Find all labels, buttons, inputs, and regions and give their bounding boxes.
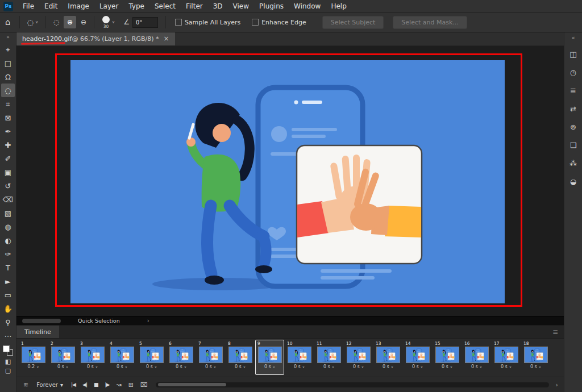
brush-tool[interactable]: ✐ [1,152,15,165]
next-frame-button[interactable]: |▶ [101,382,113,387]
brush-settings-dropdown[interactable]: 30 ∨ [98,16,119,29]
delete-frame-button[interactable]: ⌧ [137,381,151,389]
menu-item-image[interactable]: Image [63,0,94,12]
gradient-tool[interactable]: ▧ [1,206,15,220]
canvas-image[interactable] [70,60,505,303]
type-tool[interactable]: T [1,261,15,274]
rectangle-tool[interactable]: ▭ [1,288,15,302]
play-stop-button[interactable]: ■ [90,382,102,387]
layers-panel-icon[interactable]: ❏ [567,138,580,152]
tween-button[interactable]: ↝ [113,381,124,389]
timeline-frame-16[interactable]: 160 s∨ [462,340,491,375]
menu-item-plugins[interactable]: Plugins [254,0,289,12]
libraries-panel-icon[interactable]: ◒ [567,174,580,188]
dodge-tool[interactable]: ◐ [1,233,15,247]
timeline-frame-1[interactable]: 10.2∨ [19,340,48,375]
path-selection-tool[interactable]: ► [1,274,15,288]
frame-delay-dropdown[interactable]: 0.2∨ [27,365,39,369]
timeline-frame-13[interactable]: 130 s∨ [373,340,402,375]
timeline-frame-2[interactable]: 20 s∨ [48,340,77,375]
app-logo[interactable]: Ps [3,2,13,11]
frame-delay-dropdown[interactable]: 0 s∨ [501,365,512,369]
new-selection-button[interactable]: ◌ [50,16,63,28]
marquee-tool[interactable]: □ [1,56,15,70]
blur-tool[interactable]: ◍ [1,220,15,233]
frame-delay-dropdown[interactable]: 0 s∨ [146,365,157,369]
add-to-selection-button[interactable]: ⊕ [64,16,76,28]
menu-item-filter[interactable]: Filter [181,0,208,12]
chevron-right-icon[interactable]: › [147,318,149,324]
frame-tool[interactable]: ⊠ [1,111,15,124]
adjustments-panel-icon[interactable]: ◫ [567,47,580,61]
timeline-tab[interactable]: Timeline [16,326,59,338]
swatches-panel-icon[interactable]: ⇄ [567,102,580,115]
loop-options-dropdown[interactable]: Forever ▾ [32,382,68,388]
tool-preset-dropdown[interactable]: ◌ ∨ [23,18,42,27]
frame-delay-dropdown[interactable]: 0 s∨ [294,365,305,369]
timeline-frame-14[interactable]: 140 s∨ [403,340,432,375]
menu-item-file[interactable]: File [18,0,39,12]
first-frame-button[interactable]: |◀ [68,382,79,387]
timeline-frame-3[interactable]: 30 s∨ [78,340,107,375]
timeline-frame-11[interactable]: 110 s∨ [314,340,343,375]
quick-mask-button[interactable]: ◧ [5,358,11,365]
home-icon[interactable]: ⌂ [0,17,16,27]
frame-delay-dropdown[interactable]: 0 s∨ [383,365,393,369]
document-tab[interactable]: header-1200.gif @ 66.7% (Layer 1, RGB/8)… [16,32,175,45]
canvas-area[interactable] [16,46,564,316]
menu-item-view[interactable]: View [228,0,254,12]
sample-all-layers-checkbox[interactable] [175,19,182,26]
timeline-frame-7[interactable]: 70 s∨ [196,340,225,375]
eraser-tool[interactable]: ⌫ [1,193,15,206]
angle-input[interactable]: 0° [132,17,158,28]
screen-mode-button[interactable]: ▢ [5,368,11,374]
timeline-frame-9[interactable]: 90 s∨ [255,340,284,375]
enhance-edge-checkbox[interactable] [252,19,259,26]
nodes-panel-icon[interactable]: ⁂ [567,156,580,170]
zoom-tool[interactable]: ⚲ [1,315,15,329]
menu-item-help[interactable]: Help [326,0,351,12]
frame-delay-dropdown[interactable]: 0 s∨ [323,365,334,369]
new-frame-button[interactable]: ⊞ [125,381,137,389]
document-scrollbar-thumb[interactable] [22,319,61,323]
frame-delay-dropdown[interactable]: 0 s∨ [442,365,452,369]
scroll-right-icon[interactable]: › [554,381,560,389]
crop-tool[interactable]: ⌗ [1,97,15,111]
timeline-frame-17[interactable]: 170 s∨ [492,340,521,375]
color-panel-icon[interactable]: ⊚ [567,120,580,134]
frame-delay-dropdown[interactable]: 0 s∨ [176,365,186,369]
menu-item-layer[interactable]: Layer [94,0,123,12]
previous-frame-button[interactable]: ◀| [79,382,90,387]
history-brush-tool[interactable]: ↺ [1,179,15,193]
timeline-scrollbar-thumb[interactable] [158,383,226,386]
eyedropper-tool[interactable]: ✒ [1,124,15,138]
toolbar-collapse-icon[interactable]: » [6,32,10,43]
convert-to-video-timeline-button[interactable]: ≋ [20,381,32,389]
frame-delay-dropdown[interactable]: 0 s∨ [471,365,482,369]
healing-brush-tool[interactable]: ✚ [1,138,15,152]
panel-collapse-icon[interactable]: « [571,32,575,45]
foreground-color-swatch[interactable] [3,345,10,352]
frame-delay-dropdown[interactable]: 0 s∨ [57,365,68,369]
timeline-frame-10[interactable]: 100 s∨ [285,340,314,375]
menu-item-edit[interactable]: Edit [39,0,63,12]
hand-tool[interactable]: ✋ [1,302,15,315]
subtract-from-selection-button[interactable]: ⊖ [77,16,90,28]
styles-panel-icon[interactable]: ≣ [567,84,580,97]
move-tool[interactable]: ⌖ [1,43,15,56]
menu-item-3d[interactable]: 3D [208,0,228,12]
timeline-frame-15[interactable]: 150 s∨ [433,340,462,375]
frame-delay-dropdown[interactable]: 0 s∨ [353,365,364,369]
frame-delay-dropdown[interactable]: 0 s∨ [205,365,216,369]
frame-delay-dropdown[interactable]: 0 s∨ [412,365,423,369]
lasso-tool[interactable]: Ω [1,70,15,84]
timeline-frame-6[interactable]: 60 s∨ [167,340,196,375]
menu-item-select[interactable]: Select [149,0,181,12]
menu-item-window[interactable]: Window [289,0,326,12]
frame-delay-dropdown[interactable]: 0 s∨ [235,365,246,369]
timeline-frame-5[interactable]: 50 s∨ [137,340,166,375]
frame-delay-dropdown[interactable]: 0 s∨ [264,365,275,369]
timeline-frame-18[interactable]: 180 s∨ [521,340,550,375]
frame-delay-dropdown[interactable]: 0 s∨ [530,365,541,369]
history-panel-icon[interactable]: ◷ [567,65,580,79]
